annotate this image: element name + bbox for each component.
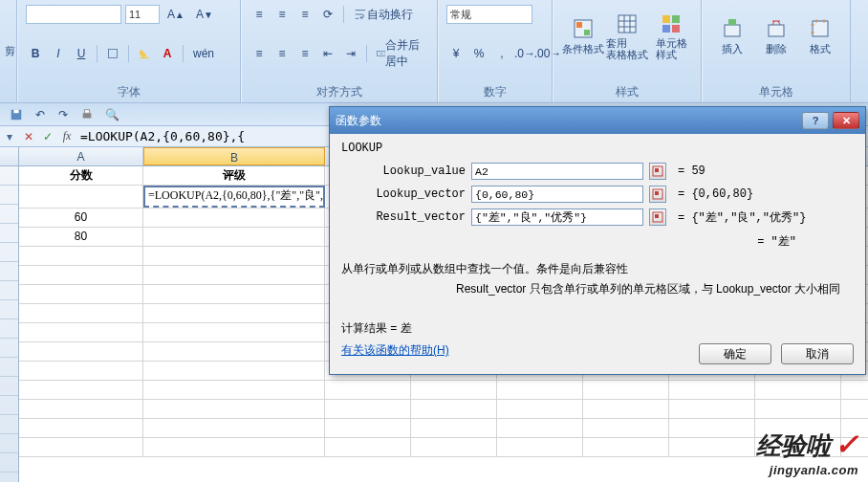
- bold-button[interactable]: B: [26, 44, 45, 63]
- ok-button[interactable]: 确定: [699, 343, 771, 364]
- cell[interactable]: [143, 304, 325, 322]
- cell[interactable]: [583, 400, 669, 418]
- align-bottom-icon[interactable]: ≡: [295, 5, 315, 24]
- cell[interactable]: [19, 342, 143, 361]
- percent-button[interactable]: %: [469, 44, 488, 63]
- border-button[interactable]: [103, 44, 122, 63]
- cell[interactable]: [19, 323, 143, 341]
- conditional-format-button[interactable]: 条件格式: [561, 4, 605, 69]
- cell[interactable]: [19, 266, 143, 284]
- font-size-select[interactable]: [125, 5, 160, 24]
- align-right-icon[interactable]: ≡: [295, 44, 315, 63]
- result-vector-input[interactable]: [471, 209, 643, 226]
- cell[interactable]: [669, 419, 755, 437]
- cell[interactable]: [755, 400, 841, 418]
- font-color-button[interactable]: A: [158, 44, 177, 63]
- cell[interactable]: [497, 419, 583, 437]
- row-header[interactable]: [0, 339, 18, 358]
- increase-indent-icon[interactable]: ⇥: [341, 44, 360, 63]
- active-cell[interactable]: =LOOKUP(A2,{0,60,80},{"差","良",: [143, 186, 325, 208]
- cell[interactable]: 80: [19, 228, 143, 246]
- cell[interactable]: [143, 285, 325, 303]
- cell[interactable]: [143, 362, 325, 380]
- insert-function-icon[interactable]: fx: [57, 127, 76, 146]
- cell[interactable]: [583, 419, 669, 437]
- cell[interactable]: [411, 419, 497, 437]
- cell[interactable]: [669, 438, 755, 456]
- cell[interactable]: [19, 381, 143, 399]
- cell[interactable]: 评级: [143, 166, 325, 185]
- select-all-corner[interactable]: [0, 147, 19, 166]
- align-center-icon[interactable]: ≡: [272, 44, 292, 63]
- cell[interactable]: [411, 381, 497, 399]
- dialog-titlebar[interactable]: 函数参数 ? ✕: [330, 107, 865, 134]
- cell[interactable]: [19, 400, 143, 418]
- close-button[interactable]: ✕: [833, 112, 859, 129]
- increase-font-icon[interactable]: A▲: [163, 5, 188, 24]
- help-button[interactable]: ?: [802, 112, 829, 129]
- cell[interactable]: [325, 381, 411, 399]
- qat-print-icon[interactable]: [76, 105, 98, 124]
- cell[interactable]: [497, 381, 583, 399]
- row-header[interactable]: [0, 224, 18, 243]
- cell[interactable]: [143, 419, 325, 437]
- cell[interactable]: [19, 247, 143, 265]
- cell[interactable]: [325, 400, 411, 418]
- decrease-font-icon[interactable]: A▼: [192, 5, 217, 24]
- cell[interactable]: [19, 419, 143, 437]
- cut-button[interactable]: 剪: [4, 0, 17, 102]
- cell[interactable]: [583, 381, 669, 399]
- cell[interactable]: [143, 342, 325, 361]
- lookup-vector-input[interactable]: [471, 186, 643, 203]
- range-picker-icon[interactable]: [649, 186, 666, 203]
- cell[interactable]: [583, 438, 669, 456]
- align-middle-icon[interactable]: ≡: [272, 5, 292, 24]
- cell[interactable]: [143, 323, 325, 341]
- qat-save-icon[interactable]: [6, 105, 27, 124]
- row-header[interactable]: [0, 281, 18, 300]
- row-header[interactable]: [0, 358, 18, 377]
- underline-button[interactable]: U: [72, 44, 91, 63]
- cell[interactable]: [143, 247, 325, 265]
- increase-decimal-icon[interactable]: .0→: [515, 44, 534, 63]
- cell[interactable]: [143, 209, 325, 227]
- function-help-link[interactable]: 有关该函数的帮助(H): [341, 343, 449, 357]
- cell[interactable]: [19, 438, 143, 456]
- number-format-select[interactable]: [446, 5, 532, 24]
- cell[interactable]: [19, 362, 143, 380]
- cell[interactable]: [669, 400, 755, 418]
- row-header[interactable]: [0, 205, 18, 224]
- row-header[interactable]: [0, 186, 18, 205]
- row-header[interactable]: [0, 262, 18, 281]
- merge-center-button[interactable]: 合并后居中: [373, 44, 429, 63]
- comma-button[interactable]: ,: [492, 44, 511, 63]
- row-header[interactable]: [0, 377, 18, 396]
- cell[interactable]: [325, 438, 411, 456]
- decrease-indent-icon[interactable]: ⇤: [318, 44, 337, 63]
- cell[interactable]: 60: [19, 209, 143, 227]
- format-as-table-button[interactable]: 套用 表格格式: [605, 4, 649, 69]
- name-box-dropdown-icon[interactable]: ▾: [0, 127, 19, 146]
- align-top-icon[interactable]: ≡: [250, 5, 269, 24]
- range-picker-icon[interactable]: [649, 209, 666, 226]
- phonetic-button[interactable]: wén: [189, 44, 218, 63]
- wrap-text-button[interactable]: 自动换行: [350, 5, 417, 24]
- cell[interactable]: [143, 438, 325, 456]
- cell[interactable]: [755, 381, 841, 399]
- cell[interactable]: [143, 381, 325, 399]
- cell[interactable]: [143, 400, 325, 418]
- delete-button[interactable]: 删除: [754, 4, 798, 69]
- enter-icon[interactable]: ✓: [38, 127, 57, 146]
- row-header[interactable]: [0, 434, 18, 453]
- row-header[interactable]: [0, 243, 18, 262]
- orientation-icon[interactable]: ⟳: [318, 5, 337, 24]
- col-header-B[interactable]: B: [143, 147, 325, 165]
- cell[interactable]: [497, 438, 583, 456]
- insert-button[interactable]: 插入: [710, 4, 754, 69]
- cell[interactable]: [411, 400, 497, 418]
- row-header[interactable]: [0, 166, 18, 186]
- currency-button[interactable]: ¥: [446, 44, 466, 63]
- row-header[interactable]: [0, 396, 18, 415]
- cell[interactable]: [669, 381, 755, 399]
- cell[interactable]: [325, 419, 411, 437]
